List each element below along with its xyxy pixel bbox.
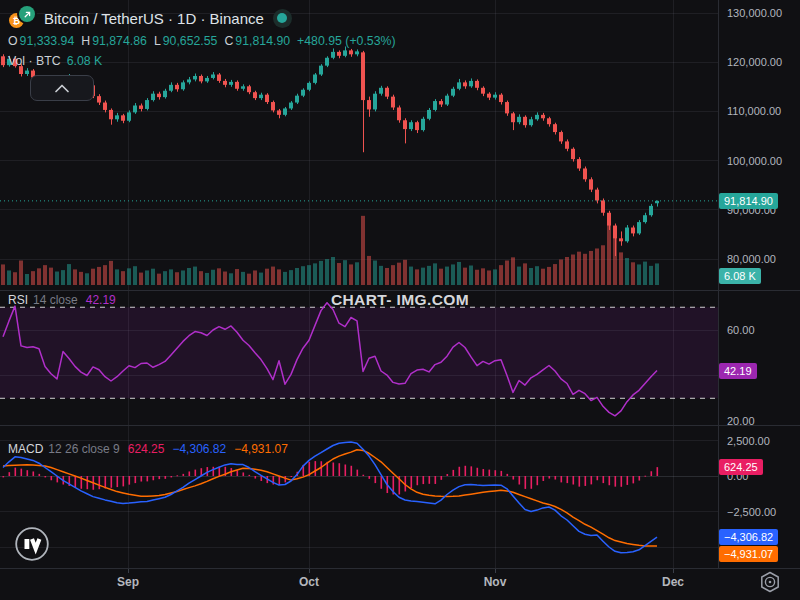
symbol-title: Bitcoin / TetherUS · 1D · Binance xyxy=(44,10,264,27)
macd-hist-value: 624.25 xyxy=(128,442,165,456)
macd-legend: MACD12 26 close 9624.25−4,306.82−4,931.0… xyxy=(8,442,288,456)
rsi-value: 42.19 xyxy=(86,293,116,307)
price-axis-label: 100,000.00 xyxy=(727,153,782,169)
macd-signal-badge: −4,931.07 xyxy=(719,546,778,562)
change-value: +480.95 (+0.53%) xyxy=(297,34,395,48)
chevron-up-icon xyxy=(54,81,70,96)
rsi-axis-label: 60.00 xyxy=(727,322,755,338)
symbol-title-row: ₿ Bitcoin / TetherUS · 1D · Binance xyxy=(8,6,403,30)
macd-signal-value: −4,931.07 xyxy=(234,442,288,456)
rsi-legend: RSI14 close42.19 xyxy=(8,293,116,307)
price-axis-label: 110,000.00 xyxy=(727,103,781,119)
timezone-settings-icon[interactable] xyxy=(757,569,783,595)
month-label-nov: Nov xyxy=(471,575,519,589)
low-value: 90,652.55 xyxy=(163,34,218,48)
rsi-params: 14 close xyxy=(33,293,78,307)
rsi-badge: 42.19 xyxy=(719,363,757,379)
volume-row: Vol · BTC6.08 K xyxy=(8,54,403,69)
low-label: L xyxy=(154,34,161,48)
rsi-axis-label: 20.00 xyxy=(727,413,755,429)
macd-axis-label: −2,500.00 xyxy=(727,504,776,520)
market-status-icon xyxy=(273,9,292,28)
main-legend: ₿ Bitcoin / TetherUS · 1D · Binance O91,… xyxy=(8,6,403,69)
rsi-title: RSI xyxy=(8,293,28,307)
high-value: 91,874.86 xyxy=(92,34,147,48)
macd-axis-label: 2,500.00 xyxy=(727,433,770,449)
ohlc-row: O91,333.94H91,874.86L90,652.55C91,814.90… xyxy=(8,34,403,49)
last-price-badge: 91,814.90 xyxy=(719,193,778,209)
macd-line-badge: −4,306.82 xyxy=(719,529,778,545)
macd-line-value: −4,306.82 xyxy=(172,442,226,456)
tether-arrow-icon xyxy=(19,6,35,22)
volume-badge: 6.08 K xyxy=(719,268,761,284)
price-axis-label: 120,000.00 xyxy=(727,54,782,70)
volume-value: 6.08 K xyxy=(67,54,103,68)
symbol-logo: ₿ xyxy=(8,5,40,31)
open-value: 91,333.94 xyxy=(20,34,75,48)
rsi-pane[interactable] xyxy=(0,290,718,425)
collapse-legend-button[interactable] xyxy=(30,75,94,101)
volume-label: Vol · BTC xyxy=(8,54,61,68)
high-label: H xyxy=(81,34,90,48)
macd-title: MACD xyxy=(8,442,43,456)
macd-hist-badge: 624.25 xyxy=(719,459,763,475)
open-label: O xyxy=(8,34,18,48)
close-label: C xyxy=(224,34,233,48)
month-label-oct: Oct xyxy=(285,575,333,589)
chart-window: CHART- IMG.COM ₿ Bitcoin / TetherUS · 1D… xyxy=(0,0,800,600)
price-axis-label: 80,000.00 xyxy=(727,251,776,267)
month-label-dec: Dec xyxy=(649,575,697,589)
month-label-sep: Sep xyxy=(104,575,152,589)
close-value: 91,814.90 xyxy=(235,34,290,48)
tradingview-logo[interactable] xyxy=(14,526,50,562)
macd-params: 12 26 close 9 xyxy=(48,442,119,456)
price-axis-label: 130,000.00 xyxy=(727,5,782,21)
